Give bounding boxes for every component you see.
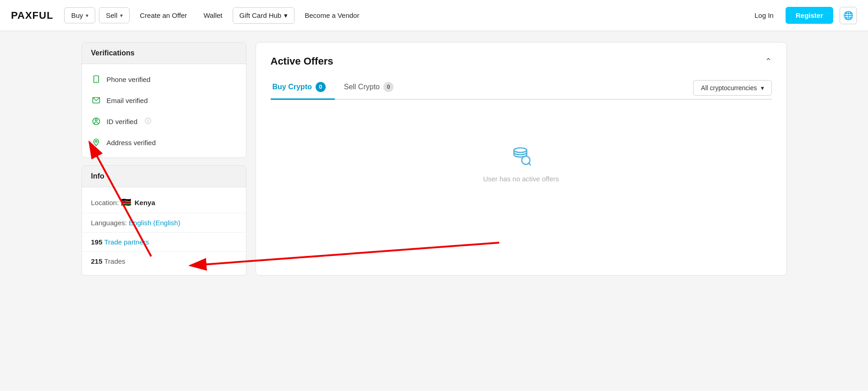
logo: PAXFUL [11,10,53,22]
trade-partners-count: 195 [91,238,103,246]
trades-count: 215 [91,257,103,265]
email-verified-item: Email verified [82,90,246,111]
email-verified-label: Email verified [107,97,148,104]
register-button[interactable]: Register [786,7,833,24]
verifications-list: Phone verified Email verified [82,64,246,157]
location-label: Location: [91,199,119,206]
gift-card-chevron-icon: ▾ [284,11,288,20]
verifications-card: Verifications Phone verified [82,42,246,158]
svg-point-6 [514,148,527,152]
gift-card-hub-label: Gift Card Hub [240,11,282,19]
id-icon [91,116,101,126]
languages-label: Languages: [91,219,127,227]
panel-title: Active Offers [271,55,333,67]
sidebar: Verifications Phone verified [82,42,246,276]
empty-icon [508,142,534,168]
info-card: Info Location: 🇰🇪 Kenya Languages: Engli… [82,165,246,276]
address-icon [91,137,101,147]
location-value: Kenya [135,199,155,206]
phone-verified-label: Phone verified [107,76,151,83]
panel-header: Active Offers ⌃ [271,55,772,67]
buy-chevron-icon: ▾ [86,12,88,19]
tab-buy-crypto[interactable]: Buy Crypto 0 [271,76,335,100]
empty-state: User has no active offers [271,114,772,210]
tab-sell-label: Sell Crypto [344,83,380,91]
location-flag: 🇰🇪 [121,198,131,207]
id-verified-item: ID verified ⓘ [82,111,246,132]
info-list: Location: 🇰🇪 Kenya Languages: English (E… [82,187,246,275]
wallet-link[interactable]: Wallet [197,8,229,23]
buy-label: Buy [71,11,83,19]
buy-button[interactable]: Buy ▾ [64,7,95,23]
collapse-button[interactable]: ⌃ [765,56,772,66]
tab-buy-label: Buy Crypto [273,83,312,91]
trade-partners-label: Trade partners [104,238,149,246]
become-vendor-link[interactable]: Become a Vendor [298,8,366,23]
verifications-title: Verifications [82,43,246,64]
trades-label: Trades [104,257,125,265]
phone-verified-item: Phone verified [82,69,246,90]
trades-item: 215 Trades [82,252,246,271]
sell-chevron-icon: ▾ [120,12,123,19]
sell-label: Sell [106,11,117,19]
login-button[interactable]: Log In [746,8,782,23]
tab-sell-badge: 0 [383,82,393,92]
email-icon [91,95,101,105]
sell-button[interactable]: Sell ▾ [99,7,130,23]
info-title: Info [82,166,246,187]
globe-icon: 🌐 [843,11,853,21]
location-item: Location: 🇰🇪 Kenya [82,192,246,213]
empty-state-text: User has no active offers [483,175,559,183]
phone-icon [91,74,101,84]
tabs-row: Buy Crypto 0 Sell Crypto 0 All cryptocur… [271,76,772,100]
active-offers-panel: Active Offers ⌃ Buy Crypto 0 Sell Crypto… [256,42,787,276]
svg-line-8 [529,163,530,165]
svg-point-5 [95,141,97,142]
main-content: Verifications Phone verified [68,31,801,287]
crypto-select-chevron-icon: ▾ [761,84,764,92]
address-verified-label: Address verified [107,139,156,147]
address-verified-item: Address verified [82,132,246,153]
crypto-select[interactable]: All cryptocurrencies ▾ [693,80,771,96]
trade-partners-item: 195 Trade partners [82,233,246,252]
languages-value: English (English) [129,219,180,227]
crypto-select-label: All cryptocurrencies [701,84,757,92]
tab-sell-crypto[interactable]: Sell Crypto 0 [342,76,403,100]
navbar: PAXFUL Buy ▾ Sell ▾ Create an Offer Wall… [0,0,868,31]
gift-card-hub-button[interactable]: Gift Card Hub ▾ [233,7,295,24]
create-offer-link[interactable]: Create an Offer [133,8,193,23]
svg-point-4 [95,119,97,121]
id-help-icon: ⓘ [145,117,151,125]
tab-buy-badge: 0 [316,82,326,92]
languages-item: Languages: English (English) [82,213,246,233]
language-selector[interactable]: 🌐 [840,7,857,24]
id-verified-label: ID verified [107,118,138,125]
